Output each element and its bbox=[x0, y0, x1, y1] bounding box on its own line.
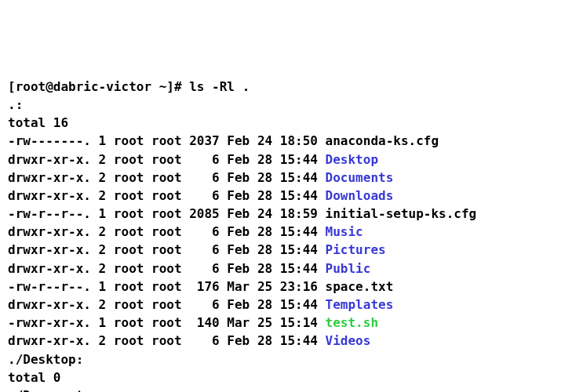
terminal-line: ./Desktop: bbox=[8, 350, 575, 368]
terminal-line: total 0 bbox=[8, 368, 575, 387]
file-initial-setup-ks.cfg: initial-setup-ks.cfg bbox=[326, 206, 477, 221]
terminal-output: [root@dabric-victor ~]# ls -Rl ..:total … bbox=[8, 78, 575, 392]
terminal-line: ./Documents: bbox=[8, 387, 575, 392]
file-Downloads: Downloads bbox=[326, 188, 394, 203]
terminal-line: drwxr-xr-x. 2 root root 6 Feb 28 15:44 D… bbox=[8, 151, 575, 169]
terminal-line: [root@dabric-victor ~]# ls -Rl . bbox=[8, 78, 575, 96]
file-Public: Public bbox=[326, 261, 371, 276]
file-Templates: Templates bbox=[326, 297, 394, 312]
terminal-line: drwxr-xr-x. 2 root root 6 Feb 28 15:44 P… bbox=[8, 260, 575, 278]
section-header: .: bbox=[8, 97, 23, 112]
terminal-line: -rw-------. 1 root root 2037 Feb 24 18:5… bbox=[8, 132, 575, 150]
terminal-line: -rw-r--r--. 1 root root 2085 Feb 24 18:5… bbox=[8, 205, 575, 223]
terminal-line: total 16 bbox=[8, 114, 575, 132]
terminal-line: drwxr-xr-x. 2 root root 6 Feb 28 15:44 D… bbox=[8, 169, 575, 187]
file-anaconda-ks.cfg: anaconda-ks.cfg bbox=[326, 133, 439, 148]
command-text: ls -Rl . bbox=[189, 79, 250, 94]
terminal-line: drwxr-xr-x. 2 root root 6 Feb 28 15:44 T… bbox=[8, 296, 575, 314]
file-Desktop: Desktop bbox=[326, 152, 378, 167]
section-header: ./Documents: bbox=[8, 388, 99, 392]
file-test.sh: test.sh bbox=[326, 315, 378, 330]
file-Videos: Videos bbox=[326, 333, 371, 348]
terminal-line: .: bbox=[8, 96, 575, 114]
terminal-line: drwxr-xr-x. 2 root root 6 Feb 28 15:44 D… bbox=[8, 187, 575, 205]
terminal-line: -rwxr-xr-x. 1 root root 140 Mar 25 15:14… bbox=[8, 314, 575, 332]
section-total: total 16 bbox=[8, 115, 68, 130]
file-Pictures: Pictures bbox=[326, 242, 386, 257]
terminal-line: drwxr-xr-x. 2 root root 6 Feb 28 15:44 V… bbox=[8, 332, 575, 350]
terminal-line: -rw-r--r--. 1 root root 176 Mar 25 23:16… bbox=[8, 278, 575, 296]
section-total: total 0 bbox=[8, 370, 60, 385]
file-Documents: Documents bbox=[326, 170, 394, 185]
terminal-line: drwxr-xr-x. 2 root root 6 Feb 28 15:44 M… bbox=[8, 223, 575, 241]
terminal-line: drwxr-xr-x. 2 root root 6 Feb 28 15:44 P… bbox=[8, 241, 575, 259]
shell-prompt: [root@dabric-victor ~]# bbox=[8, 79, 182, 94]
section-header: ./Desktop: bbox=[8, 352, 83, 367]
file-Music: Music bbox=[326, 224, 363, 239]
file-space.txt: space.txt bbox=[326, 279, 394, 294]
